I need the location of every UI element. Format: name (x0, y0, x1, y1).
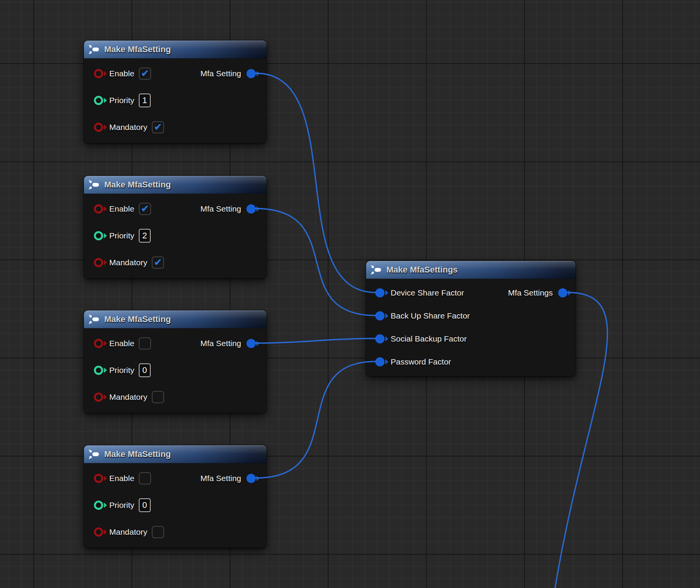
pin-mfa-setting-output[interactable] (246, 339, 256, 348)
pin-label: Enable (109, 204, 134, 214)
pin-row: Device Share Factor Mfa Settings (366, 281, 575, 304)
pin-label: Enable (109, 474, 134, 483)
wire-mfasetting2-to-backup-share[interactable] (256, 209, 376, 315)
pin-row: Mandatory (84, 519, 266, 545)
pin-label: Priority (109, 366, 134, 375)
node-title: Make MfaSetting (104, 314, 171, 324)
pin-priority-input[interactable] (94, 501, 103, 510)
wire-mfasetting3-to-social-backup[interactable] (256, 338, 376, 343)
pin-row: Priority 0 (84, 492, 266, 519)
pin-mandatory-input[interactable] (94, 527, 103, 537)
mandatory-checkbox[interactable] (152, 391, 164, 403)
pin-mandatory-input[interactable] (94, 393, 103, 402)
node-header[interactable]: Make MfaSetting (84, 310, 266, 328)
node-header[interactable]: Make MfaSettings (366, 261, 575, 279)
pin-priority-input[interactable] (94, 231, 103, 240)
pin-row: Enable Mfa Setting (84, 465, 266, 492)
pin-row: Priority 2 (84, 222, 266, 249)
node-title: Make MfaSetting (104, 44, 171, 54)
pin-row: Mandatory (84, 384, 266, 411)
pin-label: Mfa Setting (200, 474, 241, 483)
wire-mfasetting4-to-password[interactable] (256, 361, 376, 478)
checkmark-icon: ✔ (154, 257, 162, 267)
mandatory-checkbox[interactable]: ✔ (152, 121, 164, 133)
pin-mfa-settings-output[interactable] (558, 288, 567, 297)
make-struct-icon (88, 314, 100, 324)
pin-label: Mandatory (109, 527, 147, 537)
node-title: Make MfaSetting (104, 180, 171, 190)
priority-value-field[interactable]: 1 (139, 94, 150, 107)
pin-mandatory-input[interactable] (94, 123, 103, 132)
pin-mandatory-input[interactable] (94, 258, 103, 267)
node-make-mfasetting-2[interactable]: Make MfaSetting Enable ✔ Mfa Setting Pri… (84, 176, 266, 278)
pin-label: Back Up Share Factor (391, 311, 470, 320)
pin-row: Mandatory ✔ (84, 114, 266, 141)
pin-row: Back Up Share Factor (366, 304, 575, 327)
node-header[interactable]: Make MfaSetting (84, 445, 266, 463)
pin-back-up-share-factor-input[interactable] (375, 311, 385, 320)
pin-label: Enable (109, 339, 134, 348)
checkmark-icon: ✔ (154, 122, 162, 132)
pin-row: Priority 0 (84, 357, 266, 384)
node-title: Make MfaSettings (386, 265, 458, 275)
node-title: Make MfaSetting (104, 449, 171, 459)
pin-row: Social Backup Factor (366, 327, 575, 350)
pin-row: Enable ✔ Mfa Setting (84, 60, 266, 87)
pin-row: Password Factor (366, 350, 575, 373)
pin-label: Priority (109, 96, 134, 105)
make-struct-icon (88, 180, 100, 190)
pin-label: Enable (109, 69, 134, 78)
pin-label: Social Backup Factor (391, 334, 467, 343)
priority-value-field[interactable]: 0 (139, 363, 150, 377)
node-make-mfasetting-4[interactable]: Make MfaSetting Enable Mfa Setting Prior… (84, 445, 266, 548)
pin-priority-input[interactable] (94, 366, 103, 375)
pin-label: Priority (109, 501, 134, 510)
enable-checkbox[interactable]: ✔ (139, 203, 151, 215)
pin-label: Mandatory (109, 123, 147, 132)
pin-mfa-setting-output[interactable] (246, 474, 256, 483)
pin-label: Mfa Setting (200, 69, 241, 78)
pin-mfa-setting-output[interactable] (246, 204, 256, 214)
node-make-mfasetting-1[interactable]: Make MfaSetting Enable ✔ Mfa Setting Pri… (84, 41, 266, 143)
pin-enable-input[interactable] (94, 69, 103, 78)
checkmark-icon: ✔ (141, 68, 149, 78)
enable-checkbox[interactable] (139, 337, 151, 350)
pin-enable-input[interactable] (94, 339, 103, 348)
pin-mfa-setting-output[interactable] (246, 69, 256, 78)
pin-priority-input[interactable] (94, 96, 103, 105)
pin-label: Mfa Setting (200, 204, 241, 214)
wire-mfasetting1-to-device-share[interactable] (256, 73, 376, 292)
make-struct-icon (88, 449, 100, 459)
pin-social-backup-factor-input[interactable] (375, 334, 385, 343)
pin-row: Priority 1 (84, 87, 266, 114)
pin-enable-input[interactable] (94, 474, 103, 483)
checkmark-icon: ✔ (141, 204, 149, 214)
pin-label: Mandatory (109, 258, 147, 267)
pin-row: Mandatory ✔ (84, 249, 266, 276)
enable-checkbox[interactable] (139, 472, 151, 485)
mandatory-checkbox[interactable] (152, 526, 164, 538)
mandatory-checkbox[interactable]: ✔ (152, 256, 164, 269)
pin-device-share-factor-input[interactable] (375, 288, 385, 297)
node-header[interactable]: Make MfaSetting (84, 41, 266, 59)
pin-label: Priority (109, 231, 134, 240)
node-make-mfasettings[interactable]: Make MfaSettings Device Share Factor Mfa… (366, 261, 575, 376)
node-header[interactable]: Make MfaSetting (84, 176, 266, 194)
pin-label: Mandatory (109, 393, 147, 402)
make-struct-icon (370, 265, 382, 275)
pin-row: Enable ✔ Mfa Setting (84, 195, 266, 222)
pin-label: Device Share Factor (391, 288, 464, 297)
pin-row: Enable Mfa Setting (84, 330, 266, 357)
node-make-mfasetting-3[interactable]: Make MfaSetting Enable Mfa Setting Prior… (84, 310, 266, 413)
make-struct-icon (88, 44, 100, 54)
priority-value-field[interactable]: 2 (139, 229, 150, 243)
pin-label: Mfa Setting (200, 339, 241, 348)
pin-label: Password Factor (391, 357, 451, 366)
pin-label: Mfa Settings (508, 288, 553, 297)
enable-checkbox[interactable]: ✔ (139, 67, 151, 80)
blueprint-graph-canvas[interactable]: Make MfaSetting Enable ✔ Mfa Setting Pri… (0, 0, 700, 588)
pin-enable-input[interactable] (94, 204, 103, 214)
pin-password-factor-input[interactable] (375, 357, 385, 366)
priority-value-field[interactable]: 0 (139, 498, 150, 512)
